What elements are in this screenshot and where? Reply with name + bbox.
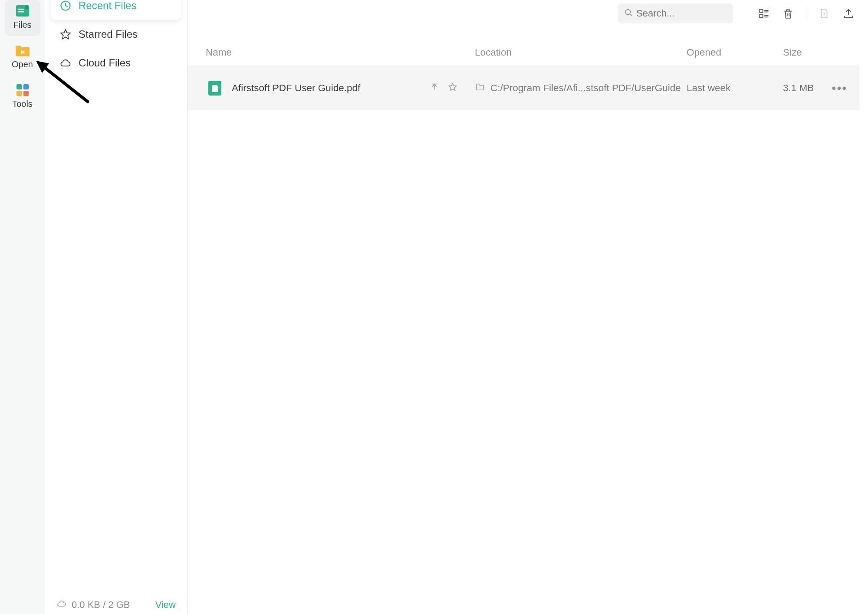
- svg-rect-2: [18, 11, 24, 12]
- main-pane: Name Location Opened Size Afirstsoft PDF…: [187, 0, 868, 614]
- rail-open-label: Open: [12, 59, 33, 69]
- rail-open[interactable]: Open: [5, 40, 40, 76]
- search-icon: [624, 8, 633, 19]
- sidebar-cloud-label: Cloud Files: [79, 57, 131, 69]
- sidebar-cloud-files[interactable]: Cloud Files: [51, 49, 181, 77]
- pdf-file-icon: [206, 79, 224, 97]
- cloud-icon: [59, 57, 72, 69]
- left-rail: Files Open Tools: [0, 0, 45, 614]
- files-icon: [14, 4, 31, 17]
- svg-point-11: [625, 10, 631, 15]
- svg-rect-8: [23, 91, 29, 96]
- file-name-cell: Afirstsoft PDF User Guide.pdf: [232, 82, 475, 94]
- svg-rect-5: [16, 84, 22, 89]
- svg-marker-27: [449, 83, 456, 90]
- topbar: [187, 0, 859, 27]
- rail-files-label: Files: [13, 20, 31, 30]
- folder-icon: [475, 82, 485, 94]
- sidebar-recent-label: Recent Files: [79, 0, 136, 12]
- rail-tools-label: Tools: [12, 99, 33, 109]
- sidebar-footer: 0.0 KB / 2 GB View: [51, 598, 181, 614]
- rail-tools[interactable]: Tools: [5, 79, 40, 115]
- sidebar: Recent Files Starred Files Cloud Files: [45, 0, 187, 614]
- trash-button[interactable]: [780, 5, 796, 22]
- new-file-button[interactable]: [816, 5, 832, 22]
- svg-rect-7: [16, 91, 22, 96]
- search-box[interactable]: [618, 3, 733, 23]
- open-folder-icon: [14, 44, 31, 57]
- col-location[interactable]: Location: [475, 47, 687, 58]
- svg-marker-10: [61, 30, 70, 39]
- upload-button[interactable]: [840, 5, 857, 22]
- svg-line-12: [630, 14, 631, 16]
- file-location: C:/Program Files/Afi...stsoft PDF/UserGu…: [490, 83, 681, 94]
- search-input[interactable]: [636, 8, 727, 19]
- svg-rect-14: [760, 14, 763, 17]
- file-size-cell: 3.1 MB •••: [783, 81, 849, 95]
- more-icon[interactable]: •••: [832, 81, 849, 95]
- svg-rect-3: [25, 6, 28, 9]
- storage-view-link[interactable]: View: [155, 599, 176, 611]
- tools-icon: [14, 83, 31, 96]
- svg-rect-1: [18, 9, 24, 10]
- svg-rect-6: [23, 84, 29, 89]
- storage-text: 0.0 KB / 2 GB: [72, 599, 130, 611]
- cloud-storage-icon: [56, 598, 67, 611]
- pin-icon[interactable]: [430, 82, 439, 94]
- star-icon: [59, 28, 72, 40]
- col-opened[interactable]: Opened: [687, 47, 783, 58]
- sidebar-starred-files[interactable]: Starred Files: [51, 20, 181, 49]
- rail-files[interactable]: Files: [5, 0, 40, 36]
- sidebar-recent-files[interactable]: Recent Files: [51, 0, 181, 20]
- col-name[interactable]: Name: [206, 47, 475, 58]
- svg-rect-13: [760, 10, 763, 13]
- clock-icon: [59, 0, 72, 12]
- file-size: 3.1 MB: [783, 83, 814, 94]
- star-icon[interactable]: [448, 82, 457, 94]
- toolbar-separator: [806, 7, 806, 20]
- file-opened-cell: Last week: [687, 83, 783, 94]
- column-headers: Name Location Opened Size: [187, 30, 859, 65]
- sidebar-list: Recent Files Starred Files Cloud Files: [51, 0, 181, 77]
- file-name: Afirstsoft PDF User Guide.pdf: [232, 83, 360, 94]
- file-row[interactable]: Afirstsoft PDF User Guide.pdf: [187, 66, 859, 110]
- col-size[interactable]: Size: [783, 47, 849, 58]
- sidebar-starred-label: Starred Files: [79, 28, 138, 40]
- view-toggle-button[interactable]: [756, 5, 772, 22]
- file-location-cell[interactable]: C:/Program Files/Afi...stsoft PDF/UserGu…: [475, 82, 687, 94]
